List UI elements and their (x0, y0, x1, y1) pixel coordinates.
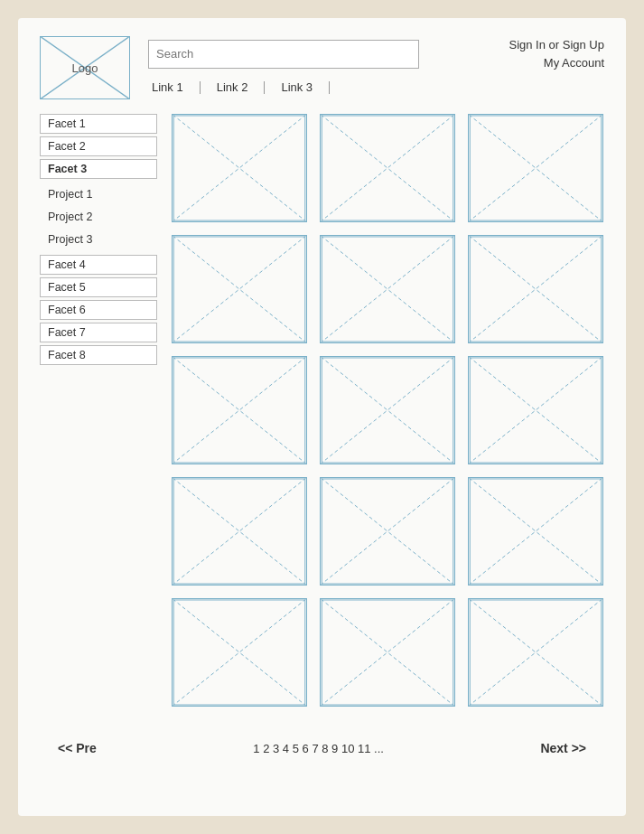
project-2[interactable]: Project 2 (40, 207, 157, 227)
facet-2[interactable]: Facet 2 (40, 136, 157, 156)
my-account-link[interactable]: My Account (509, 54, 604, 72)
facet-7[interactable]: Facet 7 (40, 323, 157, 342)
facet-3[interactable]: Facet 3 (40, 159, 157, 179)
product-tile-1-3[interactable] (468, 114, 603, 222)
product-tile-5-1[interactable] (172, 598, 307, 707)
grid-row-1 (172, 114, 604, 222)
logo-box: Logo (40, 36, 130, 99)
header-right: Sign In or Sign Up My Account Link 1 Lin… (148, 36, 604, 94)
nav-divider-3 (329, 81, 330, 94)
facet-5[interactable]: Facet 5 (40, 277, 157, 297)
product-tile-1-1[interactable] (172, 114, 307, 222)
product-grid (172, 114, 604, 719)
page-container: Logo Sign In or Sign Up My Account Link … (18, 18, 626, 816)
product-tile-2-1[interactable] (172, 235, 307, 343)
product-tile-3-2[interactable] (320, 356, 455, 464)
product-tile-3-3[interactable] (468, 356, 603, 464)
nav-links: Link 1 Link 2 Link 3 (148, 80, 604, 94)
search-input[interactable] (148, 40, 419, 69)
facet-8[interactable]: Facet 8 (40, 345, 157, 365)
sidebar: Facet 1 Facet 2 Facet 3 Project 1 Projec… (40, 114, 157, 719)
grid-row-5 (172, 598, 604, 707)
header-auth: Sign In or Sign Up My Account (509, 36, 604, 71)
nav-link-3[interactable]: Link 3 (265, 80, 329, 94)
nav-link-1[interactable]: Link 1 (148, 80, 200, 94)
facet-group-1: Facet 1 Facet 2 Facet 3 (40, 114, 157, 179)
facet-group-2: Facet 4 Facet 5 Facet 6 Facet 7 Facet 8 (40, 255, 157, 365)
svg-line-0 (41, 37, 128, 98)
prev-button[interactable]: << Pre (58, 741, 97, 755)
grid-row-4 (172, 477, 604, 586)
sign-in-link[interactable]: Sign In or Sign Up (509, 36, 604, 54)
logo-label: Logo (72, 61, 98, 75)
product-tile-4-3[interactable] (468, 477, 603, 586)
header: Logo Sign In or Sign Up My Account Link … (40, 36, 604, 99)
content-area: Facet 1 Facet 2 Facet 3 Project 1 Projec… (40, 114, 604, 719)
grid-row-2 (172, 235, 604, 343)
product-tile-3-1[interactable] (172, 356, 307, 464)
facet-6[interactable]: Facet 6 (40, 300, 157, 320)
pagination-numbers: 1 2 3 4 5 6 7 8 9 10 11 ... (253, 742, 384, 755)
product-tile-2-3[interactable] (468, 235, 603, 343)
grid-row-3 (172, 356, 604, 464)
facet-4[interactable]: Facet 4 (40, 255, 157, 275)
product-tile-5-2[interactable] (320, 598, 455, 707)
product-tile-5-3[interactable] (468, 598, 603, 707)
product-tile-2-2[interactable] (320, 235, 455, 343)
project-group: Project 1 Project 2 Project 3 (40, 184, 157, 249)
svg-line-1 (41, 37, 128, 98)
product-tile-1-2[interactable] (320, 114, 455, 222)
nav-link-2[interactable]: Link 2 (201, 80, 265, 94)
product-tile-4-2[interactable] (320, 477, 455, 586)
project-1[interactable]: Project 1 (40, 184, 157, 204)
header-top-row: Sign In or Sign Up My Account (148, 36, 604, 71)
next-button[interactable]: Next >> (540, 741, 586, 755)
pagination: << Pre 1 2 3 4 5 6 7 8 9 10 11 ... Next … (40, 741, 604, 755)
product-tile-4-1[interactable] (172, 477, 307, 586)
project-3[interactable]: Project 3 (40, 230, 157, 249)
facet-1[interactable]: Facet 1 (40, 114, 157, 134)
